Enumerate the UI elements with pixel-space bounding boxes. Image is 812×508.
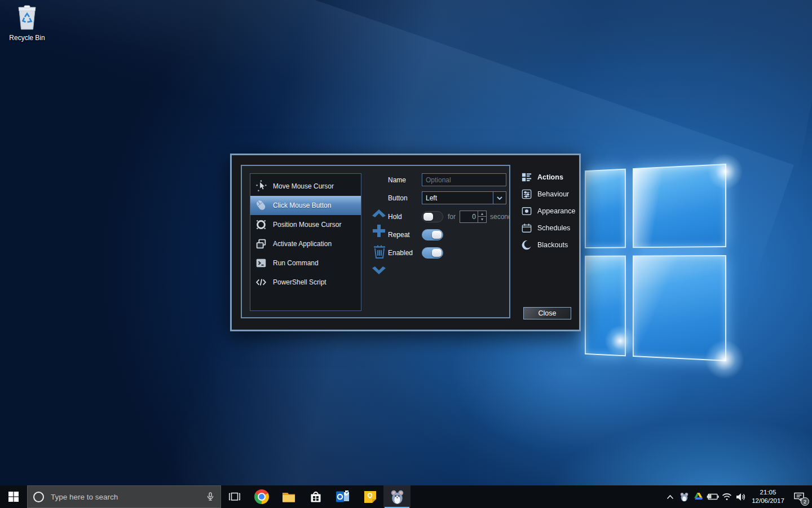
nav-item-label: Appearance	[537, 207, 575, 215]
nav-item-blackouts[interactable]: Blackouts	[522, 237, 578, 253]
move-cursor-icon	[254, 179, 268, 193]
windows-logo-wallpaper	[585, 164, 726, 361]
hold-seconds-value: 0	[460, 211, 478, 222]
name-label: Name	[388, 176, 422, 184]
sliders-icon	[522, 189, 534, 199]
moon-icon	[522, 240, 534, 250]
hold-toggle[interactable]	[422, 211, 443, 222]
taskbar-app-chrome[interactable]	[248, 485, 275, 508]
spinner-up-button[interactable]: ▲	[478, 211, 486, 217]
move-mouse-window: Move Mouse Cursor Click Mouse Button	[230, 154, 581, 331]
list-item-powershell-script[interactable]: PowerShell Script	[250, 273, 361, 292]
close-button[interactable]: Close	[523, 307, 571, 319]
list-item-label: Move Mouse Cursor	[273, 182, 334, 190]
microphone-icon[interactable]	[206, 492, 215, 502]
taskbar-clock[interactable]: 21:05 12/06/2017	[748, 488, 788, 505]
move-up-button[interactable]	[370, 205, 387, 220]
action-type-list: Move Mouse Cursor Click Mouse Button	[250, 173, 361, 311]
list-item-position-mouse-cursor[interactable]: Position Mouse Cursor	[250, 215, 361, 234]
store-icon	[309, 490, 323, 503]
windows-overlap-icon	[254, 237, 268, 251]
move-down-button[interactable]	[370, 264, 387, 278]
name-row: Name	[388, 173, 506, 186]
add-action-button[interactable]	[370, 222, 387, 239]
repeat-toggle[interactable]	[422, 229, 443, 240]
list-item-label: PowerShell Script	[273, 278, 326, 286]
chrome-icon	[254, 489, 269, 504]
nav-item-label: Blackouts	[537, 241, 568, 249]
list-item-click-mouse-button[interactable]: Click Mouse Button	[250, 196, 361, 215]
move-mouse-app-icon	[390, 489, 405, 505]
code-icon	[254, 275, 268, 289]
taskbar-app-move-mouse[interactable]	[383, 485, 411, 508]
taskbar-search[interactable]: Type here to search	[27, 485, 221, 508]
hold-label: Hold	[388, 213, 422, 221]
light-glint	[705, 340, 744, 379]
nav-item-appearance[interactable]: Appearance	[522, 203, 578, 220]
recycle-bin-icon	[15, 5, 39, 30]
taskbar-app-file-explorer[interactable]	[275, 485, 302, 508]
button-dropdown-value: Left	[422, 194, 493, 202]
task-view-button[interactable]	[221, 485, 248, 508]
seconds-label: seconds	[490, 213, 510, 221]
list-item-label: Click Mouse Button	[273, 202, 331, 209]
tray-wifi-icon[interactable]	[720, 485, 734, 508]
taskbar-app-notes[interactable]	[356, 485, 383, 508]
start-button[interactable]	[0, 485, 27, 508]
enabled-toggle[interactable]	[422, 247, 443, 259]
light-glint	[707, 154, 743, 190]
nav-item-label: Behaviour	[537, 190, 569, 198]
list-item-run-command[interactable]: Run Command	[250, 253, 361, 273]
hold-seconds-spinner[interactable]: 0 ▲ ▼	[460, 211, 487, 223]
actions-panel: Move Mouse Cursor Click Mouse Button	[241, 165, 510, 318]
windows-start-icon	[8, 492, 19, 502]
recycle-bin-shortcut[interactable]: Recycle Bin	[5, 5, 50, 42]
tray-move-mouse-icon[interactable]	[677, 485, 691, 508]
enabled-label: Enabled	[388, 249, 422, 257]
spinner-down-button[interactable]: ▼	[478, 217, 486, 222]
nav-item-label: Actions	[537, 173, 563, 181]
repeat-label: Repeat	[388, 231, 422, 239]
taskbar-app-outlook[interactable]	[329, 485, 356, 508]
section-nav: Actions Behaviour Appearance	[522, 169, 578, 253]
clock-time: 21:05	[750, 488, 786, 497]
nav-item-schedules[interactable]: Schedules	[522, 220, 578, 237]
notification-badge: 2	[801, 497, 809, 506]
chevron-up-icon	[667, 494, 674, 500]
console-icon	[254, 256, 268, 270]
target-icon	[254, 218, 268, 231]
tray-volume-icon[interactable]	[734, 485, 748, 508]
nav-item-label: Schedules	[537, 224, 570, 232]
button-row: Button Left	[388, 191, 506, 204]
chevron-down-icon[interactable]	[493, 192, 506, 204]
file-explorer-icon	[281, 489, 296, 504]
list-item-activate-application[interactable]: Activate Application	[250, 234, 361, 253]
task-view-icon	[228, 491, 241, 503]
list-item-move-mouse-cursor[interactable]: Move Mouse Cursor	[250, 177, 361, 196]
search-placeholder: Type here to search	[51, 493, 206, 501]
system-tray: 21:05 12/06/2017 2	[663, 485, 812, 508]
delete-action-button[interactable]	[372, 243, 387, 260]
recycle-bin-label: Recycle Bin	[5, 34, 50, 42]
notes-icon	[363, 490, 377, 504]
light-glint	[604, 325, 636, 357]
tray-google-drive-icon[interactable]	[691, 485, 705, 508]
action-center-button[interactable]: 2	[788, 485, 810, 508]
for-label: for	[448, 213, 456, 221]
clock-date: 12/06/2017	[750, 497, 786, 505]
list-item-label: Activate Application	[273, 240, 332, 248]
nav-item-actions[interactable]: Actions	[522, 169, 578, 186]
actions-icon	[522, 172, 534, 182]
nav-item-behaviour[interactable]: Behaviour	[522, 186, 578, 203]
calendar-icon	[522, 223, 534, 233]
hold-row: Hold for 0 ▲ ▼ seconds	[388, 210, 510, 223]
taskbar-app-store[interactable]	[302, 485, 329, 508]
tray-expand-button[interactable]	[663, 485, 677, 508]
outlook-icon	[336, 489, 350, 504]
list-item-label: Position Mouse Cursor	[273, 221, 341, 229]
repeat-row: Repeat	[388, 228, 443, 241]
tray-battery-icon[interactable]	[705, 485, 720, 508]
name-input[interactable]	[422, 173, 506, 186]
list-item-label: Run Command	[273, 259, 319, 267]
button-dropdown[interactable]: Left	[422, 191, 506, 204]
